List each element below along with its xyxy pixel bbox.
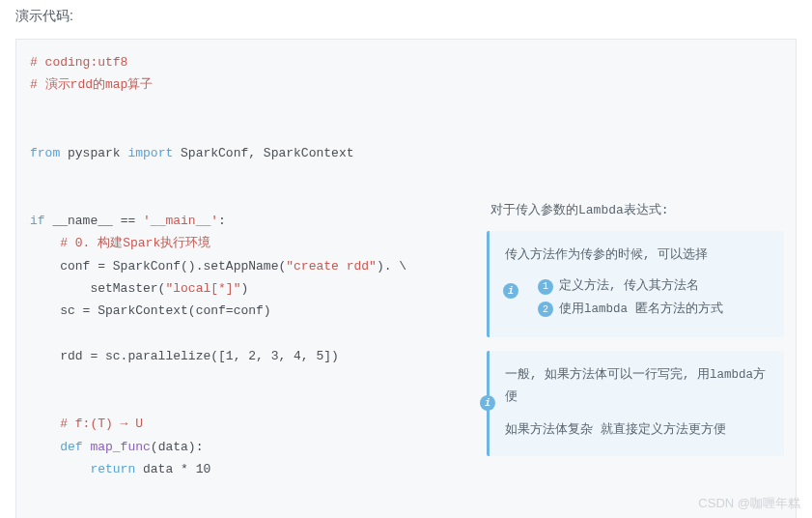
callout-option: 2使用lambda 匿名方法的方式 (538, 299, 770, 322)
callout-text: 一般, 如果方法体可以一行写完, 用lambda方便 (505, 364, 770, 411)
string: "create rdd" (286, 259, 377, 273)
callout-box-2: i 一般, 如果方法体可以一行写完, 用lambda方便 如果方法体复杂 就直接… (487, 351, 784, 456)
string: '__main__' (135, 214, 218, 228)
text: rdd = sc.parallelize([ (30, 349, 226, 363)
keyword: return (30, 462, 135, 476)
watermark: CSDN @咖喱年糕 (698, 495, 800, 512)
keyword: if (30, 214, 45, 228)
numbers: 1, 2, 3, 4, 5 (226, 349, 323, 363)
keyword: from (30, 146, 60, 160)
callout-panel: 对于传入参数的Lambda表达式: 传入方法作为传参的时候, 可以选择 i 1定… (487, 199, 784, 470)
comment: # coding:utf8 (30, 55, 127, 70)
keyword: def (30, 440, 83, 454)
text: pyspark (60, 146, 127, 160)
text: conf = SparkConf().setAppName( (30, 259, 286, 273)
text: 使用lambda 匿名方法的方式 (559, 302, 723, 316)
function-name: map_func (83, 440, 151, 454)
code-line: from pyspark import SparkConf, SparkCont… (30, 142, 782, 164)
callout-text: 如果方法体复杂 就直接定义方法更方便 (505, 419, 770, 443)
text: ) (240, 281, 248, 296)
callout-title: 对于传入参数的Lambda表达式: (487, 199, 784, 221)
page-title: 演示代码: (0, 0, 812, 33)
info-icon: i (480, 395, 495, 411)
text: 定义方法, 传入其方法名 (559, 279, 699, 293)
comment: # 0. 构建Spark执行环境 (30, 236, 210, 250)
badge-2-icon: 2 (538, 302, 553, 317)
code-block: # coding:utf8 # 演示rdd的map算子 from pyspark… (15, 39, 797, 518)
callout-box-1: 传入方法作为传参的时候, 可以选择 i 1定义方法, 传入其方法名 2使用lam… (487, 231, 784, 336)
code-line: # coding:utf8 (30, 51, 782, 73)
text: SparkConf, SparkContext (173, 146, 353, 160)
operator: == (121, 214, 136, 228)
text: sc = SparkContext(conf=conf) (30, 303, 271, 318)
text: ). \ (377, 259, 406, 273)
badge-1-icon: 1 (538, 279, 553, 295)
code-line: # 演示rdd的map算子 (30, 73, 782, 96)
comment: # 演示rdd的map算子 (30, 77, 153, 92)
callout-option: 1定义方法, 传入其方法名 (538, 275, 770, 299)
string: "local[*]" (165, 281, 240, 296)
text: setMaster( (30, 281, 165, 296)
comment: # f:(T) → U (30, 417, 143, 431)
text: : (218, 214, 226, 228)
keyword: import (127, 146, 173, 160)
text: (data): (151, 440, 204, 454)
callout-text: 传入方法作为传参的时候, 可以选择 (505, 245, 770, 268)
number: 10 (196, 462, 211, 476)
text: __name__ (45, 214, 121, 228)
text: ]) (323, 349, 339, 363)
text: data * (135, 462, 195, 476)
